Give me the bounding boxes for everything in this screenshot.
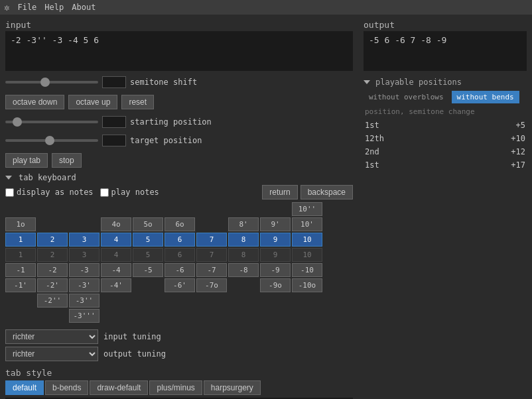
key-10pp[interactable]: 10''	[292, 202, 322, 216]
output-tuning-row: richter country solo natural minor outpu…	[5, 347, 353, 361]
key-7-active[interactable]: 7	[196, 233, 227, 247]
target-position-slider[interactable]	[5, 139, 98, 142]
key-9-dim[interactable]: 9	[260, 248, 291, 262]
key-5-active[interactable]: 5	[133, 233, 163, 247]
tab-style-plus-minus[interactable]: plus/minus	[149, 380, 202, 395]
key-10-dim[interactable]: 10	[292, 248, 322, 262]
key-1-active[interactable]: 1	[5, 233, 36, 247]
key-neg2p[interactable]: -2'	[37, 278, 68, 292]
key-empty	[5, 309, 36, 323]
key-neg1p[interactable]: -1'	[5, 278, 36, 292]
starting-position-slider[interactable]	[5, 121, 98, 123]
input-label: input	[5, 20, 353, 30]
key-neg6p[interactable]: -6'	[165, 278, 195, 292]
key-neg9o[interactable]: -9o	[260, 278, 291, 292]
key-3-dim[interactable]: 3	[69, 248, 100, 262]
key-10p[interactable]: 10'	[292, 217, 322, 231]
key-6-dim[interactable]: 6	[165, 248, 195, 262]
octave-row: octave down octave up reset	[5, 95, 353, 109]
output-tuning-select[interactable]: richter country solo natural minor	[5, 347, 98, 361]
positions-collapse-icon[interactable]	[364, 80, 370, 84]
backspace-button[interactable]: backspace	[300, 185, 353, 200]
key-neg5[interactable]: -5	[133, 263, 163, 277]
key-9p[interactable]: 9'	[260, 217, 291, 231]
key-1-dim[interactable]: 1	[5, 248, 36, 262]
octave-up-button[interactable]: octave up	[68, 95, 117, 109]
positions-header: playable positions	[364, 78, 527, 87]
key-empty	[165, 294, 195, 308]
key-neg10[interactable]: -10	[292, 263, 322, 277]
key-neg2pp[interactable]: -2''	[37, 294, 68, 308]
key-5o[interactable]: 5o	[133, 217, 163, 231]
key-empty	[133, 278, 163, 292]
reset-button[interactable]: reset	[121, 95, 154, 109]
key-neg7o[interactable]: -7o	[196, 278, 227, 292]
tab-style-label: tab style	[5, 368, 353, 378]
position-row[interactable]: 12th +10	[364, 132, 527, 145]
key-neg2[interactable]: -2	[37, 263, 68, 277]
starting-position-row: 2 starting position	[5, 116, 353, 128]
tab-without-overblows[interactable]: without overblows	[364, 91, 449, 103]
key-7-dim[interactable]: 7	[196, 248, 227, 262]
tab-style-draw-default[interactable]: draw-default	[90, 380, 148, 395]
key-neg4[interactable]: -4	[101, 263, 131, 277]
play-notes-checkbox[interactable]	[100, 188, 109, 197]
keyboard-options-left: display as notes play notes	[5, 188, 159, 197]
tuning-section: richter country solo natural minor input…	[5, 329, 353, 361]
key-6-active[interactable]: 6	[165, 233, 195, 247]
semitone-shift-slider[interactable]	[5, 81, 98, 84]
return-button[interactable]: return	[262, 185, 297, 200]
key-neg8[interactable]: -8	[228, 263, 259, 277]
play-tab-button[interactable]: play tab	[5, 153, 48, 168]
key-5-dim[interactable]: 5	[133, 248, 163, 262]
key-neg7[interactable]: -7	[196, 263, 227, 277]
key-2-dim[interactable]: 2	[37, 248, 68, 262]
key-neg10o[interactable]: -10o	[292, 278, 322, 292]
target-position-input[interactable]: 12	[102, 135, 126, 146]
key-neg3ppp[interactable]: -3'''	[69, 309, 100, 323]
key-10-active[interactable]: 10	[292, 233, 322, 247]
play-notes-label[interactable]: play notes	[100, 188, 159, 197]
key-neg3p[interactable]: -3'	[69, 278, 100, 292]
keyboard-options: display as notes play notes return backs…	[5, 185, 353, 200]
positions-tabs: without overblows without bends	[364, 91, 527, 103]
position-row[interactable]: 1st +5	[364, 119, 527, 132]
key-4-active[interactable]: 4	[101, 233, 131, 247]
key-neg6[interactable]: -6	[165, 263, 195, 277]
tab-without-bends[interactable]: without bends	[452, 91, 519, 103]
display-as-notes-label[interactable]: display as notes	[5, 188, 94, 197]
display-as-notes-checkbox[interactable]	[5, 188, 14, 197]
key-4-dim[interactable]: 4	[101, 248, 131, 262]
semitone-shift-row: 10 semitone shift	[5, 76, 353, 88]
semitone-shift-input[interactable]: 10	[102, 76, 126, 88]
key-8p[interactable]: 8'	[228, 217, 259, 231]
key-9-active[interactable]: 9	[260, 233, 291, 247]
position-row[interactable]: 1st +17	[364, 158, 527, 172]
keyboard-collapse-icon[interactable]	[5, 176, 12, 180]
key-3-active[interactable]: 3	[69, 233, 100, 247]
position-row[interactable]: 2nd +12	[364, 145, 527, 158]
menu-help[interactable]: Help	[44, 3, 64, 12]
key-1o[interactable]: 1o	[5, 217, 36, 231]
positions-col-header: position, semitone change	[364, 107, 527, 116]
tab-style-harpsurgery[interactable]: harpsurgery	[204, 380, 261, 395]
key-empty	[69, 217, 100, 231]
key-neg3pp[interactable]: -3''	[69, 294, 100, 308]
tab-style-default[interactable]: default	[5, 380, 44, 395]
key-8-dim[interactable]: 8	[228, 248, 259, 262]
key-neg3[interactable]: -3	[69, 263, 100, 277]
key-2-active[interactable]: 2	[37, 233, 68, 247]
starting-position-input[interactable]: 2	[102, 116, 126, 128]
key-neg1[interactable]: -1	[5, 263, 36, 277]
key-4o[interactable]: 4o	[101, 217, 131, 231]
key-8-active[interactable]: 8	[228, 233, 259, 247]
octave-down-button[interactable]: octave down	[5, 95, 64, 109]
menu-about[interactable]: About	[72, 3, 96, 12]
key-6o[interactable]: 6o	[165, 217, 195, 231]
input-tuning-select[interactable]: richter country solo natural minor	[5, 329, 98, 344]
menu-file[interactable]: File	[17, 3, 36, 12]
key-neg9[interactable]: -9	[260, 263, 291, 277]
key-neg4p[interactable]: -4'	[101, 278, 131, 292]
tab-style-bbends[interactable]: b-bends	[45, 380, 88, 395]
stop-button[interactable]: stop	[52, 153, 82, 168]
